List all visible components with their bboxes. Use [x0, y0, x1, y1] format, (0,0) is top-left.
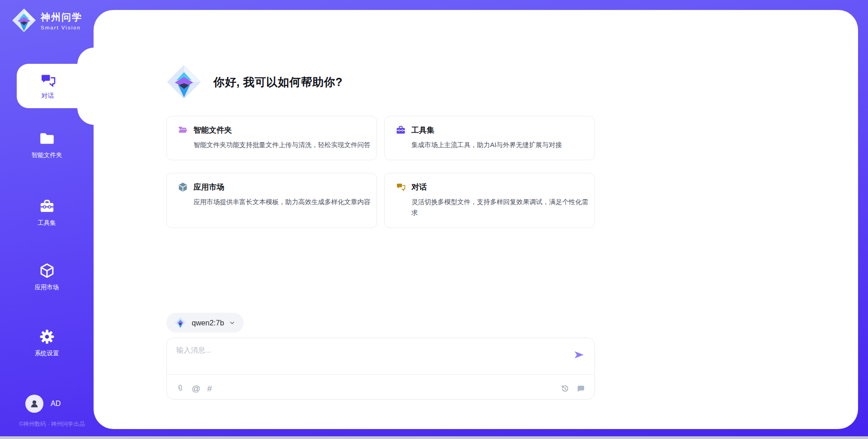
card-smart-folder[interactable]: 智能文件夹 智能文件夹功能支持批量文件上传与清洗，轻松实现文件问答 [166, 116, 377, 160]
composer-toolbar: @ # [176, 384, 585, 393]
greeting-title: 你好, 我可以如何帮助你? [213, 75, 343, 90]
brand-subtitle: Smart Vision [41, 25, 82, 30]
chevron-down-icon [229, 320, 236, 326]
user-account[interactable]: AD [25, 395, 61, 413]
sidebar-item-label: 对话 [42, 92, 54, 100]
brand-logo-icon [12, 8, 36, 33]
card-description: 智能文件夹功能支持批量文件上传与清洗，轻松实现文件问答 [193, 139, 373, 150]
sidebar-item-label: 智能文件夹 [32, 151, 62, 159]
card-title: 应用市场 [193, 182, 224, 192]
attachment-icon[interactable] [176, 384, 185, 393]
gear-icon [39, 329, 55, 345]
folder-open-icon [178, 125, 188, 135]
tab-fillet-top [77, 48, 94, 64]
composer-tools-right [561, 384, 585, 393]
sidebar-item-label: 应用市场 [35, 283, 59, 291]
cube-icon [178, 182, 188, 192]
copyright-text: ©神州数码 · 神州问学出品 [0, 420, 104, 428]
brand-name: 神州问学 [41, 11, 82, 24]
message-composer: @ # [166, 338, 595, 400]
folder-icon [39, 130, 55, 147]
toolbox-icon [39, 198, 55, 215]
card-description: 应用市场提供丰富长文本模板，助力高效生成多样化文章内容 [193, 196, 373, 207]
toolbox-icon [396, 125, 406, 135]
card-app-market[interactable]: 应用市场 应用市场提供丰富长文本模板，助力高效生成多样化文章内容 [166, 173, 377, 228]
feature-cards: 智能文件夹 智能文件夹功能支持批量文件上传与清洗，轻松实现文件问答 工具集 集成… [166, 116, 595, 228]
conversation-icon[interactable] [576, 384, 585, 393]
model-name: qwen2:7b [192, 319, 224, 327]
assistant-logo-icon [166, 64, 202, 100]
chat-icon [39, 72, 57, 89]
brand-logo-row: 神州问学 Smart Vision [12, 8, 82, 33]
composer-tools-left: @ # [176, 384, 212, 393]
mention-icon[interactable]: @ [192, 384, 200, 393]
sidebar-item-toolset[interactable]: 工具集 [0, 198, 94, 227]
card-toolset[interactable]: 工具集 集成市场上主流工具，助力AI与外界无缝扩展与对接 [384, 116, 595, 160]
sidebar-item-app-market[interactable]: 应用市场 [0, 262, 94, 291]
tab-fillet-bottom [77, 108, 94, 125]
user-name: AD [51, 400, 61, 408]
send-icon[interactable] [573, 348, 585, 361]
message-input[interactable] [175, 345, 566, 372]
window-bottom-edge [0, 436, 868, 439]
sidebar: 神州问学 Smart Vision 对话 智能文件夹 工具集 [0, 0, 94, 439]
card-title: 智能文件夹 [193, 125, 232, 135]
sidebar-item-smart-folder[interactable]: 智能文件夹 [0, 130, 94, 159]
avatar [25, 395, 43, 413]
cube-icon [39, 262, 55, 279]
model-selector[interactable]: qwen2:7b [166, 313, 244, 333]
card-description: 集成市场上主流工具，助力AI与外界无缝扩展与对接 [411, 139, 590, 150]
composer-divider [167, 374, 594, 375]
chat-home: 你好, 我可以如何帮助你? 智能文件夹 智能文件夹功能支持批量文件上传与清洗，轻… [166, 0, 595, 439]
sidebar-item-chat[interactable]: 对话 [17, 64, 94, 108]
greeting-row: 你好, 我可以如何帮助你? [166, 64, 343, 100]
topic-icon[interactable]: # [207, 384, 212, 393]
sidebar-item-settings[interactable]: 系统设置 [0, 329, 94, 358]
card-description: 灵活切换多模型文件，支持多样回复效果调试，满足个性化需求 [411, 196, 590, 218]
sidebar-item-label: 系统设置 [35, 349, 59, 358]
card-title: 对话 [411, 182, 427, 192]
card-chat[interactable]: 对话 灵活切换多模型文件，支持多样回复效果调试，满足个性化需求 [384, 173, 595, 228]
card-title: 工具集 [411, 125, 434, 135]
sidebar-item-label: 工具集 [38, 219, 56, 227]
history-icon[interactable] [561, 384, 570, 393]
user-icon [28, 398, 40, 410]
chat-icon [396, 182, 406, 192]
model-logo-icon [175, 317, 186, 329]
